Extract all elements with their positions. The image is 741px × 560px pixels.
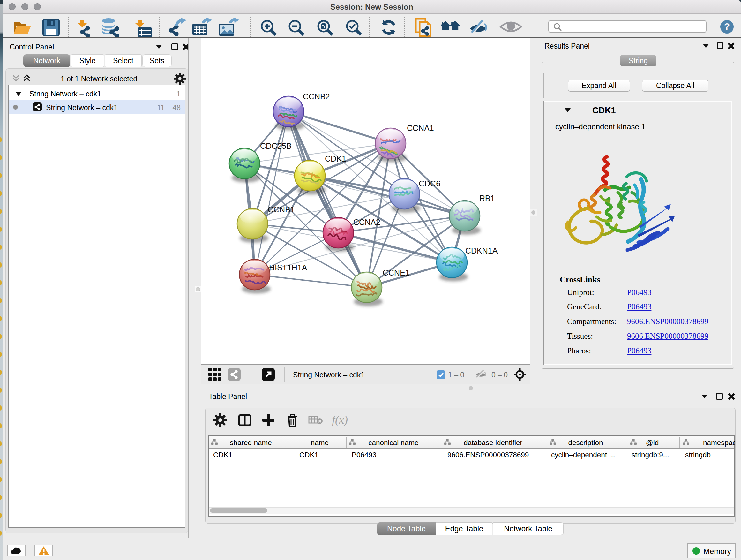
svg-text:HIST1H1A: HIST1H1A	[269, 263, 307, 272]
svg-text:CDC6: CDC6	[419, 179, 441, 188]
svg-text:CCNA1: CCNA1	[407, 124, 434, 132]
svg-text:CCNB1: CCNB1	[268, 205, 295, 214]
svg-text:CDC25B: CDC25B	[260, 141, 292, 150]
svg-text:CCNA2: CCNA2	[353, 218, 381, 227]
svg-text:CDK1: CDK1	[325, 154, 346, 163]
svg-text:CCNB2: CCNB2	[303, 92, 330, 101]
svg-text:?: ?	[724, 21, 730, 32]
svg-text:RB1: RB1	[479, 194, 495, 203]
svg-text:CCNE1: CCNE1	[383, 268, 410, 277]
svg-text:CDKN1A: CDKN1A	[465, 246, 498, 255]
